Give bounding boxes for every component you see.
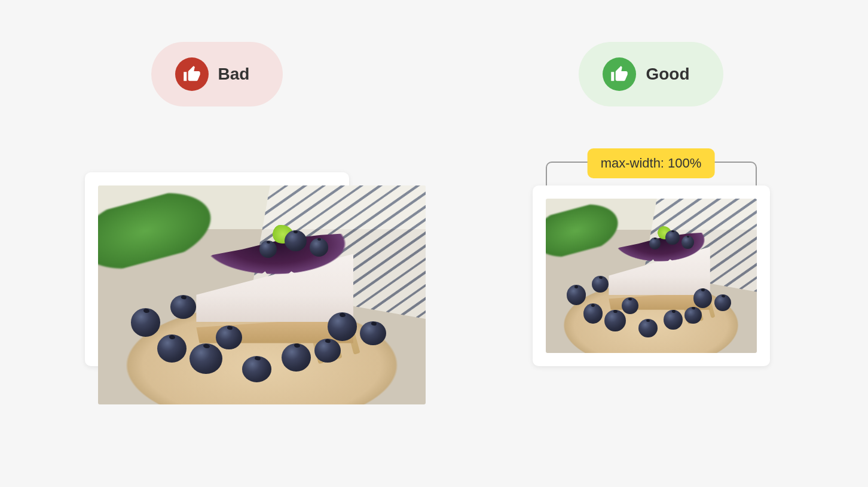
thumbs-up-icon bbox=[603, 57, 636, 91]
thumbs-down-icon bbox=[175, 57, 209, 91]
good-badge: Good bbox=[579, 42, 723, 106]
annotation-label: max-width: 100% bbox=[588, 148, 715, 178]
bad-column: Bad bbox=[0, 0, 434, 487]
bad-card-wrap bbox=[85, 172, 349, 366]
good-image bbox=[546, 199, 757, 353]
bad-label: Bad bbox=[218, 65, 250, 84]
bad-badge: Bad bbox=[151, 42, 283, 106]
bad-image bbox=[98, 185, 426, 404]
comparison-container: Bad bbox=[0, 0, 868, 487]
bad-card bbox=[85, 172, 349, 366]
good-card-wrap: max-width: 100% bbox=[533, 185, 770, 366]
good-label: Good bbox=[646, 65, 689, 84]
good-card bbox=[533, 185, 770, 366]
good-column: Good max-width: 100% bbox=[434, 0, 868, 487]
